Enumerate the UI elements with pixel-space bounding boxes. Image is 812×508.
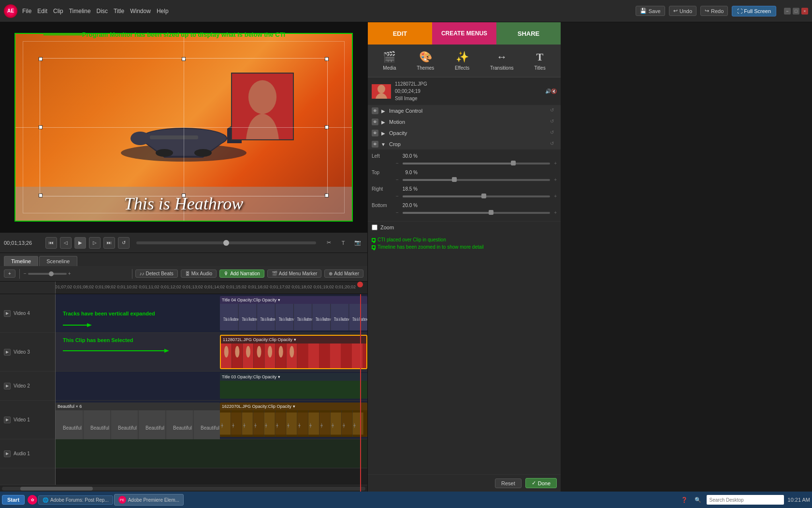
done-button[interactable]: ✓ Done [525,478,557,488]
clip-video1-main[interactable]: 1622070L.JPG Opacity:Clip Opacity ▾ ✈ [220,403,367,437]
top-minus[interactable]: − [396,177,399,182]
tab-create-menus[interactable]: CREATE MENUS [432,22,496,45]
track-toggle-video1[interactable]: ▶ [4,417,11,423]
taskbar-item-forums[interactable]: 🌐 Adobe Forums: Post Rep... [38,495,113,505]
go-to-end-button[interactable]: ⏭ [103,237,115,249]
reset-button[interactable]: Reset [495,478,522,488]
prop-header-image-control[interactable]: 👁 ▶ Image Control ↺ [368,105,561,116]
right-minus[interactable]: − [396,194,399,199]
zoom-minus-icon[interactable]: − [24,271,27,276]
left-slider-track[interactable] [403,163,550,164]
add-menu-marker-button[interactable]: 🎬 Add Menu Marker [267,269,321,278]
add-narration-button[interactable]: 🎙 Add Narration [219,269,264,278]
right-slider-track[interactable] [403,195,550,197]
camera-button[interactable]: 📷 [352,237,363,249]
bottom-minus[interactable]: − [396,210,399,215]
eye-icon-crop[interactable]: 👁 [372,141,378,148]
left-plus[interactable]: + [554,161,557,166]
cut-button[interactable]: ✂ [323,237,334,249]
toggle-opacity[interactable]: ▶ [380,130,386,136]
toggle-motion[interactable]: ▶ [380,119,386,125]
maximize-button[interactable]: □ [793,8,799,15]
step-forward-button[interactable]: ▷ [89,237,101,249]
reset-icon-image-control[interactable]: ↺ [550,107,557,114]
right-slider-thumb[interactable] [481,194,486,198]
left-slider-thumb[interactable] [511,161,516,165]
menu-title[interactable]: Title [114,8,124,15]
eye-icon-image-control[interactable]: 👁 [372,107,378,114]
toggle-image-control[interactable]: ▶ [380,108,386,114]
zoom-slider[interactable] [28,273,67,275]
icon-effects[interactable]: ✨ Effects [455,51,469,71]
toggle-crop[interactable]: ▼ [380,141,386,147]
scrubber[interactable] [136,241,316,244]
help-button[interactable]: ❓ [680,495,689,505]
go-to-start-button[interactable]: ⏮ [45,237,57,249]
bottom-plus[interactable]: + [554,210,557,215]
menu-edit[interactable]: Edit [37,8,47,15]
menu-timeline[interactable]: Timeline [69,8,91,15]
play-pause-button[interactable]: ▶ [74,237,86,249]
prop-header-motion[interactable]: 👁 ▶ Motion ↺ [368,117,561,127]
tab-edit[interactable]: EDIT [368,22,432,45]
close-button[interactable]: × [801,8,808,15]
add-media-button[interactable]: + [4,269,15,278]
menu-help[interactable]: Help [157,8,169,15]
clip-video1-pre[interactable]: Beautiful × 6 Beautiful Beautiful Beauti… [56,403,220,440]
icon-themes[interactable]: 🎨 Themes [417,51,434,71]
loop-button[interactable]: ↺ [118,237,130,249]
reset-icon-motion[interactable]: ↺ [550,119,557,125]
cti-playhead[interactable] [357,282,363,287]
zoom-thumb[interactable] [49,271,54,276]
right-plus[interactable]: + [554,194,557,199]
icon-transitions[interactable]: ↔ Transitions [490,51,514,71]
eye-icon-motion[interactable]: 👁 [372,119,378,125]
top-slider-thumb[interactable] [452,177,457,182]
fullscreen-button[interactable]: ⛶ Full Screen [732,6,776,16]
clip-video2[interactable]: Title 03 Opacity:Clip Opacity ▾ [220,373,367,399]
track-toggle-video3[interactable]: ▶ [4,349,11,356]
left-minus[interactable]: − [396,161,399,166]
tab-timeline[interactable]: Timeline [4,256,38,266]
menu-window[interactable]: Window [130,8,151,15]
save-button[interactable]: 💾 Save [636,6,665,16]
redo-button[interactable]: ↪ Redo [700,6,728,16]
zoom-checkbox[interactable] [372,224,377,230]
start-button[interactable]: Start [2,495,25,505]
tab-sceneline[interactable]: Sceneline [39,256,77,266]
top-plus[interactable]: + [554,177,557,182]
search-button[interactable]: 🔍 [693,495,703,505]
track-toggle-video2[interactable]: ▶ [4,383,11,389]
zoom-plus-icon[interactable]: + [68,271,71,276]
undo-button[interactable]: ↩ Undo [669,6,696,16]
prop-header-crop[interactable]: 👁 ▼ Crop ↺ [368,139,561,149]
track-toggle-video4[interactable]: ▶ [4,310,11,317]
add-marker-button[interactable]: ⊕ Add Marker [324,269,363,278]
mix-audio-button[interactable]: 🎛 Mix Audio [181,269,217,278]
top-slider-track[interactable] [403,179,550,181]
menu-clip[interactable]: Clip [53,8,63,15]
search-bar[interactable] [707,495,784,505]
bottom-slider-thumb[interactable] [489,210,493,215]
icon-titles[interactable]: T Titles [534,51,546,71]
menu-disc[interactable]: Disc [97,8,108,15]
text-button[interactable]: T [337,237,349,249]
step-back-button[interactable]: ◁ [60,237,72,249]
reset-icon-crop[interactable]: ↺ [550,141,557,148]
clip-video4[interactable]: Title 04 Opacity:Clip Opacity ▾ This is … [220,296,367,330]
tab-share[interactable]: SHARE [496,22,561,45]
detect-beats-button[interactable]: ♪♪ Detect Beats [135,269,178,278]
zoom-label[interactable]: Zoom [380,224,394,230]
scrubber-thumb[interactable] [223,240,229,246]
timeline-scroll-track[interactable] [2,487,365,491]
reset-icon-opacity[interactable]: ↺ [550,130,557,136]
bottom-slider-track[interactable] [403,212,550,214]
menu-file[interactable]: File [22,8,31,15]
taskbar-item-premiere[interactable]: PE Adobe Premiere Elem... [114,494,184,506]
search-input[interactable] [710,497,781,503]
track-toggle-audio1[interactable]: ▶ [4,450,11,457]
prop-header-opacity[interactable]: 👁 ▶ Opacity ↺ [368,128,561,138]
clip-video3-selected[interactable]: 1128072L.JPG Opacity:Clip Opacity ▾ [220,335,367,369]
eye-icon-opacity[interactable]: 👁 [372,130,378,136]
icon-media[interactable]: 🎬 Media [383,51,396,71]
